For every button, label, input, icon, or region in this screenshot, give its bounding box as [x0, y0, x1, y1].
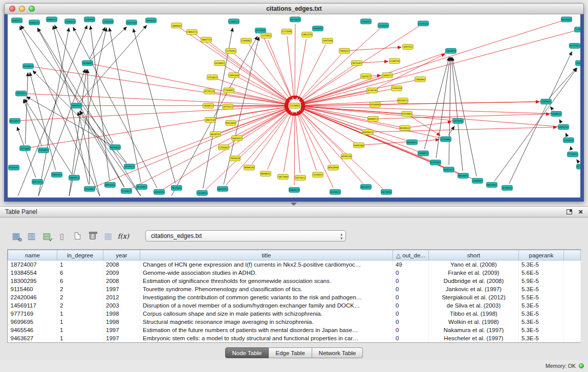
graph-node[interactable]: 9154490 [370, 102, 381, 107]
graph-node[interactable]: 8549130 [341, 154, 352, 159]
table-cell[interactable]: 2012 [103, 293, 140, 301]
table-row[interactable]: 1938455462009Genome-wide association stu… [8, 269, 581, 277]
table-cell[interactable]: 5.6E-5 [519, 269, 564, 277]
graph-node[interactable]: 2675211 [223, 104, 233, 110]
table-cell[interactable]: 9463627 [8, 334, 57, 342]
table-cell[interactable]: 5.3E-5 [519, 285, 564, 293]
import-table-icon[interactable]: ▦ [100, 229, 116, 243]
graph-node[interactable]: 1961370 [302, 32, 313, 37]
graph-node[interactable]: 2610731 [154, 189, 165, 194]
graph-node[interactable]: 7654410 [230, 156, 241, 161]
graph-node[interactable]: 2751831 [207, 75, 218, 80]
table-cell[interactable]: 2 [57, 293, 103, 301]
graph-node[interactable]: 2192641 [84, 17, 95, 22]
table-cell[interactable]: 2009 [103, 269, 140, 277]
graph-node[interactable]: 7485091 [415, 77, 426, 82]
table-cell[interactable]: Yano et al. (2008) [429, 260, 519, 269]
graph-node[interactable]: 9015401 [561, 17, 572, 22]
table-row[interactable]: 969969511998Structural magnetic resonanc… [8, 318, 581, 326]
table-cell[interactable] [564, 326, 581, 334]
graph-node[interactable]: 1664091 [313, 26, 323, 31]
graph-node[interactable]: 1443161 [576, 60, 581, 65]
table-row[interactable]: 2242004622012Investigating the contribut… [8, 293, 581, 301]
table-cell[interactable]: 0 [393, 310, 429, 318]
graph-node[interactable]: 7619441 [197, 190, 208, 195]
graph-node[interactable]: 1115490 [575, 27, 581, 32]
table-cell[interactable]: 2 [57, 301, 103, 310]
table-cell[interactable]: 0 [393, 326, 429, 334]
graph-node[interactable]: 3002011 [232, 136, 243, 141]
table-cell[interactable]: 0 [393, 318, 429, 326]
graph-node[interactable]: 7254401 [219, 145, 229, 150]
table-cell[interactable]: 1 [57, 334, 103, 342]
graph-node[interactable]: 2240511 [229, 19, 239, 24]
graph-node[interactable]: 8549531 [400, 125, 410, 130]
graph-node[interactable]: 3610741 [210, 132, 221, 137]
graph-node[interactable]: 1595801 [541, 99, 552, 104]
graph-node[interactable]: 9154201 [9, 165, 19, 170]
table-cell[interactable]: 1998 [103, 318, 140, 326]
tab-node-table[interactable]: Node Table [225, 347, 269, 358]
column-header-short[interactable]: short [429, 250, 519, 260]
graph-node[interactable]: 7485031 [339, 48, 350, 53]
graph-node[interactable]: 8096511 [368, 116, 379, 121]
table-cell[interactable]: Hescheler et al. (1997) [429, 334, 519, 342]
tab-network-table[interactable]: Network Table [312, 347, 363, 358]
graph-node[interactable]: 9814051 [458, 173, 469, 178]
graph-node[interactable]: 1986131 [47, 17, 57, 22]
graph-node[interactable]: 1991340 [229, 73, 239, 78]
graph-node[interactable]: 3572301 [255, 28, 266, 33]
graph-node[interactable]: 9824501 [487, 182, 497, 187]
table-cell[interactable] [564, 334, 581, 342]
tab-edge-table[interactable]: Edge Table [269, 347, 312, 358]
table-cell[interactable]: 2008 [103, 277, 140, 285]
graph-node[interactable]: 1884001 [171, 23, 182, 28]
column-header-title[interactable]: title [140, 250, 393, 260]
graph-node[interactable]: 1801721 [201, 37, 212, 42]
table-cell[interactable]: 0 [393, 269, 429, 277]
graph-node[interactable]: 1097431 [403, 45, 413, 50]
table-edit-icon[interactable]: ▤✓ [39, 229, 54, 243]
table-cell[interactable]: 5.5E-5 [519, 293, 564, 301]
graph-node[interactable]: 9041521 [217, 186, 228, 191]
graph-node[interactable]: 1045731 [558, 124, 569, 129]
table-row[interactable]: 911546021997Tourette syndrome. Phenomeno… [8, 285, 581, 293]
graph-node[interactable]: 1951421 [16, 91, 27, 96]
graph-node[interactable]: 2867130 [205, 117, 216, 122]
table-cell[interactable]: Disruption of a novel member of a sodium… [140, 301, 393, 310]
column-header-name[interactable]: name [8, 250, 57, 260]
table-cell[interactable]: 2008 [103, 260, 140, 269]
graph-node[interactable]: 2055341 [71, 103, 82, 108]
graph-node[interactable]: 7103091 [224, 88, 234, 93]
new-table-icon[interactable] [70, 229, 85, 243]
table-cell[interactable]: Estimation of significance thresholds fo… [140, 277, 393, 285]
column-header-pagerank[interactable]: pagerank [519, 250, 564, 260]
cell-entry-icon[interactable]: ▯ [54, 229, 70, 243]
table-cell[interactable] [564, 318, 581, 326]
graph-node[interactable]: 1964879 [446, 48, 456, 53]
table-selector-combobox[interactable]: citations_edges.txt▴▾ [145, 230, 346, 242]
graph-node[interactable]: 2161420 [391, 86, 402, 91]
graph-node[interactable]: 1097340 [322, 38, 333, 43]
graph-node[interactable]: 6791901 [430, 160, 441, 165]
graph-node[interactable]: 4275120 [204, 89, 215, 94]
table-cell[interactable]: 5.3E-5 [519, 310, 564, 318]
graph-node[interactable]: 9584511 [289, 187, 300, 192]
table-cell[interactable] [564, 301, 581, 310]
graph-node[interactable]: 1608421 [551, 111, 562, 116]
graph-node[interactable]: 3216140 [367, 88, 378, 93]
graph-node[interactable]: 8541090 [328, 165, 339, 170]
graph-node[interactable]: 1604271 [382, 73, 393, 78]
table-cell[interactable] [564, 285, 581, 293]
graph-node[interactable]: 2671941 [381, 189, 392, 194]
graph-node[interactable]: 9154481 [402, 111, 412, 116]
table-cell[interactable]: Changes of HCN gene expression and I(f) … [140, 260, 393, 269]
graph-node[interactable]: 2671611 [295, 175, 306, 180]
table-row[interactable]: 977716911998Corpus callosum shape and si… [8, 310, 581, 318]
table-cell[interactable]: 9115460 [8, 285, 57, 293]
table-cell[interactable]: Estimation of the future numbers of pati… [140, 326, 393, 334]
table-cell[interactable]: 18300295 [8, 277, 57, 285]
table-cell[interactable]: Nakamura et al. (1997) [429, 326, 519, 334]
graph-node[interactable]: 9099140 [244, 165, 255, 170]
graph-node[interactable]: 2140251 [361, 19, 372, 24]
